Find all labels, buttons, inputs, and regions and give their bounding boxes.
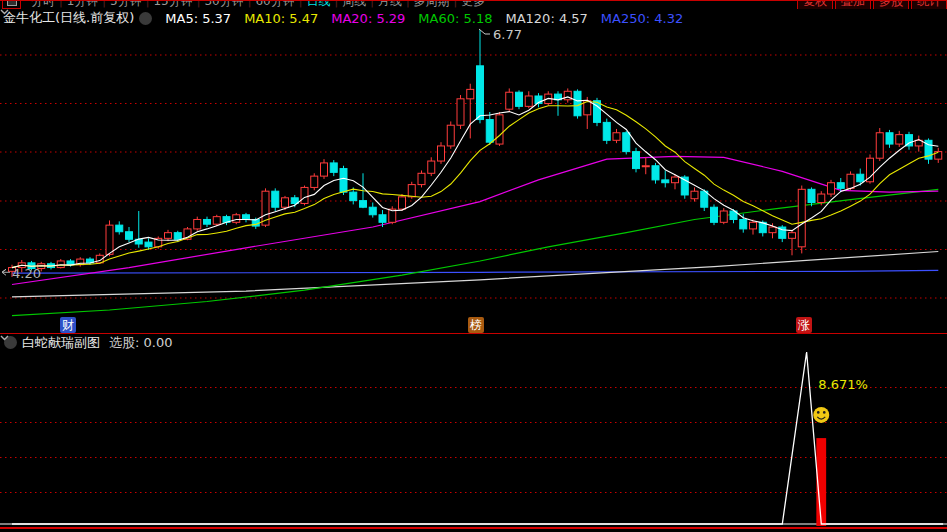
ma-values: MA5: 5.37MA10: 5.47MA20: 5.29MA60: 5.18M… — [152, 11, 683, 26]
menu-separator: | — [370, 0, 374, 8]
ma-value-0: MA5: 5.37 — [165, 11, 231, 26]
indicator-peak-label: 8.671% — [818, 377, 868, 392]
indicator-name: 白蛇献瑞副图 — [22, 334, 100, 352]
indicator-spike-line — [12, 352, 943, 524]
smiley-icon — [813, 407, 829, 423]
left-marker-label: 4.20 — [12, 266, 41, 281]
ma-value-1: MA10: 5.47 — [244, 11, 318, 26]
menu-separator: | — [197, 0, 201, 8]
app-menu-icon[interactable] — [2, 0, 21, 9]
chart-header: 金牛化工(日线.前复权) MA5: 5.37MA10: 5.47MA20: 5.… — [0, 9, 947, 27]
watermark-2: 涨 — [796, 317, 812, 333]
stock-title: 金牛化工(日线.前复权) — [3, 9, 134, 27]
ma-value-5: MA250: 4.32 — [601, 11, 683, 26]
menu-separator: | — [299, 0, 303, 8]
ma-value-3: MA60: 5.18 — [418, 11, 492, 26]
indicator-param: 选股: 0.00 — [109, 334, 172, 352]
kline-chart-canvas[interactable]: 6.774.208.671% — [0, 0, 947, 532]
ma-value-4: MA120: 4.57 — [505, 11, 587, 26]
menu-separator: | — [59, 0, 63, 8]
bottom-border — [0, 527, 947, 529]
menu-separator: | — [248, 0, 252, 8]
candles-group — [9, 30, 942, 277]
grid-lines — [0, 55, 947, 493]
menu-separator: | — [102, 0, 106, 8]
high-marker-label: 6.77 — [493, 27, 522, 42]
menu-separator: | — [406, 0, 410, 8]
watermark-1: 榜 — [468, 317, 484, 333]
high-marker-arrow — [479, 29, 490, 34]
ma-value-2: MA20: 5.29 — [331, 11, 405, 26]
menu-separator: | — [454, 0, 458, 8]
chevron-down-icon[interactable] — [139, 12, 152, 25]
app-menu-icon-glyph — [7, 0, 17, 6]
chevron-down-icon[interactable] — [4, 336, 17, 349]
ma250-line — [12, 270, 938, 273]
indicator-header: 白蛇献瑞副图 选股: 0.00 — [0, 335, 947, 350]
menu-separator: | — [146, 0, 150, 8]
app-window: 分时|1分钟|5分钟|15分钟|30分钟|60分钟|日线|周线|月线|多周期|更… — [0, 0, 947, 532]
menu-separator: | — [334, 0, 338, 8]
watermark-0: 财 — [60, 317, 76, 333]
ma120-line — [12, 252, 938, 297]
